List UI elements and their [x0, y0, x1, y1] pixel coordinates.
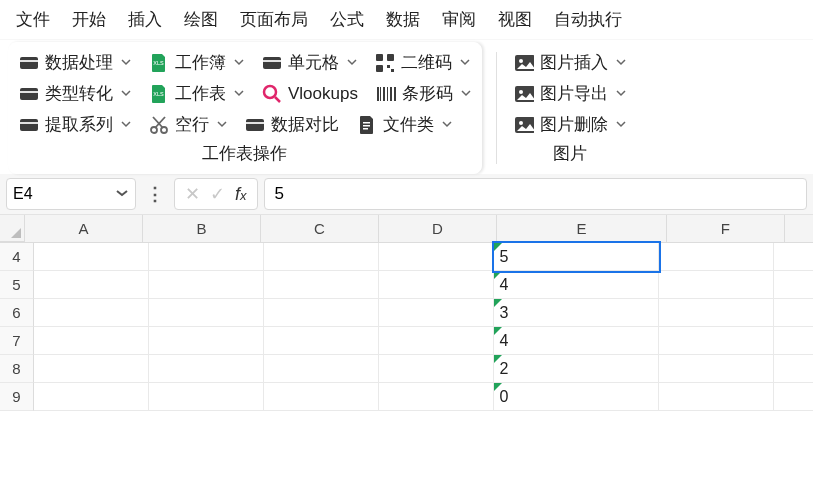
row-header-5[interactable]: 5	[0, 271, 34, 299]
svg-rect-5	[376, 54, 383, 61]
svg-point-33	[519, 59, 523, 63]
column-header-C[interactable]: C	[261, 215, 379, 242]
cell-button[interactable]: 单元格	[258, 49, 361, 76]
cell-D5[interactable]	[379, 271, 494, 299]
cell-F9[interactable]	[659, 383, 774, 411]
cell-F4[interactable]	[659, 243, 774, 271]
cell-B4[interactable]	[149, 243, 264, 271]
column-header-A[interactable]: A	[25, 215, 143, 242]
svg-rect-21	[20, 119, 38, 131]
cell-B9[interactable]	[149, 383, 264, 411]
menu-insert[interactable]: 插入	[124, 6, 166, 33]
cell-F6[interactable]	[659, 299, 774, 327]
pic-insert-icon	[514, 54, 534, 72]
cell-F7[interactable]	[659, 327, 774, 355]
svg-line-14	[275, 97, 280, 102]
extract-series-label: 提取系列	[45, 113, 113, 136]
workbook-label: 工作簿	[175, 51, 226, 74]
row-header-7[interactable]: 7	[0, 327, 34, 355]
cell-C9[interactable]	[264, 383, 379, 411]
confirm-edit-icon[interactable]: ✓	[210, 183, 225, 205]
cell-C8[interactable]	[264, 355, 379, 383]
cell-F8[interactable]	[659, 355, 774, 383]
barcode-button[interactable]: 条形码	[372, 80, 475, 107]
data-proc-button[interactable]: 数据处理	[15, 49, 135, 76]
cell-D4[interactable]	[379, 243, 494, 271]
cell-B5[interactable]	[149, 271, 264, 299]
pic-export-button[interactable]: 图片导出	[510, 80, 630, 107]
fx-icon[interactable]: fx	[235, 184, 247, 205]
type-conv-button[interactable]: 类型转化	[15, 80, 135, 107]
cell-E8[interactable]: 2	[494, 355, 659, 383]
cell-E5[interactable]: 4	[494, 271, 659, 299]
file-class-icon	[357, 116, 377, 134]
extract-series-button[interactable]: 提取系列	[15, 111, 135, 138]
menu-layout[interactable]: 页面布局	[236, 6, 312, 33]
data-compare-button[interactable]: 数据对比	[241, 111, 343, 138]
cell-D7[interactable]	[379, 327, 494, 355]
cell-F5[interactable]	[659, 271, 774, 299]
cell-C5[interactable]	[264, 271, 379, 299]
menu-formula[interactable]: 公式	[326, 6, 368, 33]
cell-C7[interactable]	[264, 327, 379, 355]
worksheet-button[interactable]: XLS 工作表	[145, 80, 248, 107]
column-header-E[interactable]: E	[497, 215, 667, 242]
cell-E7[interactable]: 4	[494, 327, 659, 355]
svg-rect-22	[20, 122, 38, 124]
text-number-marker-icon	[494, 243, 502, 251]
formula-input[interactable]	[264, 178, 807, 210]
chevron-down-icon	[232, 56, 244, 70]
pic-insert-button[interactable]: 图片插入	[510, 49, 630, 76]
text-number-marker-icon	[494, 299, 502, 307]
vlookup-button[interactable]: Vlookups	[258, 82, 362, 106]
pic-delete-button[interactable]: 图片删除	[510, 111, 630, 138]
cell-A4[interactable]	[34, 243, 149, 271]
cell-B8[interactable]	[149, 355, 264, 383]
file-class-button[interactable]: 文件类	[353, 111, 456, 138]
cell-E6[interactable]: 3	[494, 299, 659, 327]
text-number-marker-icon	[494, 355, 502, 363]
column-header-D[interactable]: D	[379, 215, 497, 242]
menu-data[interactable]: 数据	[382, 6, 424, 33]
cell-A7[interactable]	[34, 327, 149, 355]
row-header-8[interactable]: 8	[0, 355, 34, 383]
row-header-4[interactable]: 4	[0, 243, 34, 271]
workbook-button[interactable]: XLS 工作簿	[145, 49, 248, 76]
cell-end	[774, 327, 813, 355]
barcode-label: 条形码	[402, 82, 453, 105]
menu-draw[interactable]: 绘图	[180, 6, 222, 33]
cell-D8[interactable]	[379, 355, 494, 383]
select-all-corner[interactable]	[0, 215, 25, 242]
menu-auto[interactable]: 自动执行	[550, 6, 626, 33]
menu-home[interactable]: 开始	[68, 6, 110, 33]
column-header-F[interactable]: F	[667, 215, 785, 242]
cell-A8[interactable]	[34, 355, 149, 383]
name-box-dropdown-icon[interactable]	[113, 186, 129, 203]
chevron-down-icon	[215, 118, 227, 132]
menu-file[interactable]: 文件	[12, 6, 54, 33]
cell-B7[interactable]	[149, 327, 264, 355]
menu-review[interactable]: 审阅	[438, 6, 480, 33]
cell-A5[interactable]	[34, 271, 149, 299]
cell-B6[interactable]	[149, 299, 264, 327]
row-header-6[interactable]: 6	[0, 299, 34, 327]
cell-A9[interactable]	[34, 383, 149, 411]
row-header-9[interactable]: 9	[0, 383, 34, 411]
svg-rect-1	[20, 60, 38, 62]
blank-row-button[interactable]: 空行	[145, 111, 231, 138]
column-header-B[interactable]: B	[143, 215, 261, 242]
extract-series-icon	[19, 116, 39, 134]
qrcode-button[interactable]: 二维码	[371, 49, 474, 76]
cell-E9[interactable]: 0	[494, 383, 659, 411]
cell-D9[interactable]	[379, 383, 494, 411]
cell-C4[interactable]	[264, 243, 379, 271]
cell-C6[interactable]	[264, 299, 379, 327]
name-box-input[interactable]	[13, 185, 93, 203]
menu-view[interactable]: 视图	[494, 6, 536, 33]
cell-E4[interactable]: 5	[494, 243, 659, 271]
cell-D6[interactable]	[379, 299, 494, 327]
fx-collapse-icon[interactable]: ⋮	[142, 183, 168, 205]
name-box[interactable]	[6, 178, 136, 210]
cell-A6[interactable]	[34, 299, 149, 327]
cancel-edit-icon[interactable]: ✕	[185, 183, 200, 205]
